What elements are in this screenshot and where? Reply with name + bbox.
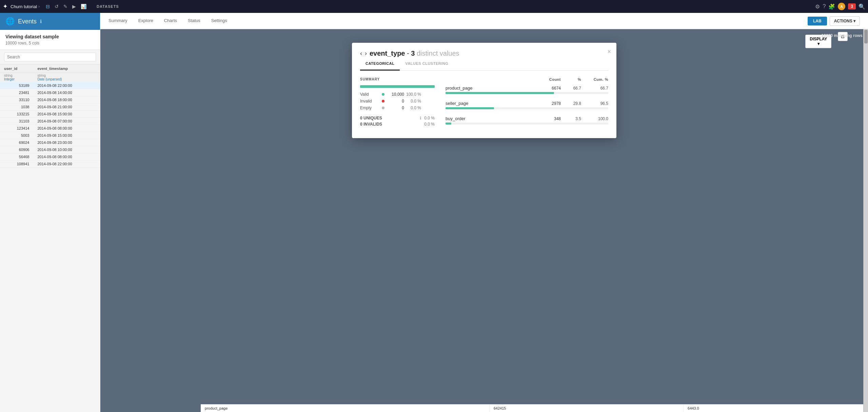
modal-overlay: ‹ › event_type - 3 distinct values × CAT…	[100, 29, 868, 412]
dataset-header: 🌐 Events ℹ	[0, 13, 100, 30]
list-item: product_page 6674 66.7 66.7	[446, 86, 608, 94]
settings-icon[interactable]: ⚙	[815, 3, 820, 10]
dataset-name: Events	[18, 18, 37, 25]
item-header: seller_page 2978 29.8 96.5	[446, 101, 608, 106]
modal-header: ‹ › event_type - 3 distinct values ×	[352, 43, 616, 57]
table-row[interactable]: 1332152014-09-08 15:00:00	[0, 111, 100, 118]
modal-prev-button[interactable]: ‹	[360, 50, 362, 57]
chart-icon[interactable]: 📊	[79, 2, 88, 11]
modal-next-button[interactable]: ›	[365, 50, 367, 57]
item-pct: 3.5	[561, 116, 581, 121]
item-bar	[446, 92, 554, 94]
item-cum: 96.5	[581, 101, 608, 106]
data-icon[interactable]: ⊟	[44, 2, 52, 11]
data-section: Count % Cum. % product_page 6674 66.7 66…	[446, 77, 608, 131]
cum-header: Cum. %	[581, 77, 608, 81]
dataset-info: Viewing dataset sample 10000 rows, 5 col…	[0, 30, 100, 50]
col-user-id-type: string Integer	[0, 73, 33, 82]
nav-explore[interactable]: Explore	[138, 13, 153, 29]
table-row[interactable]: 50032014-09-08 15:00:00	[0, 132, 100, 139]
uniques-info-icon[interactable]: ℹ	[420, 116, 421, 120]
app-title: Churn tutorial	[11, 4, 37, 9]
invalids-label: 0 INVALIDS	[360, 122, 421, 127]
tab-values-clustering[interactable]: VALUES CLUSTERING	[400, 57, 454, 71]
table-row[interactable]: 331102014-09-08 18:00:00	[0, 96, 100, 104]
summary-invalid-row: Invalid 0 0.0 %	[360, 99, 435, 104]
right-nav-items: Summary Explore Charts Status Settings	[108, 13, 227, 29]
list-item: seller_page 2978 29.8 96.5	[446, 101, 608, 109]
nav-charts[interactable]: Charts	[164, 13, 177, 29]
table-row[interactable]: 609062014-09-08 10:00:00	[0, 146, 100, 153]
tab-categorical[interactable]: CATEGORICAL	[360, 57, 400, 71]
dataset-info-icon[interactable]: ℹ	[40, 19, 42, 24]
actions-button[interactable]: ACTIONS ▾	[830, 16, 860, 26]
item-label: seller_page	[446, 101, 534, 106]
modal-close-button[interactable]: ×	[607, 48, 611, 55]
bottom-col1: product_page	[201, 405, 489, 412]
bottom-col3: 6443.0	[684, 405, 868, 412]
empty-pct: 0.0 %	[404, 106, 421, 110]
right-nav-right: LAB ACTIONS ▾	[808, 16, 860, 26]
nav-status[interactable]: Status	[188, 13, 200, 29]
scrollbar[interactable]	[863, 29, 868, 412]
empty-dot	[382, 107, 384, 109]
cell-timestamp: 2014-09-08 14:00:00	[33, 89, 100, 96]
item-bar	[446, 123, 451, 125]
distinct-count: 3	[411, 50, 415, 57]
item-label: product_page	[446, 86, 534, 91]
cell-user-id: 123414	[0, 125, 33, 132]
cell-timestamp: 2014-09-08 15:00:00	[33, 111, 100, 118]
table-row[interactable]: 234812014-09-08 14:00:00	[0, 89, 100, 96]
item-bar	[446, 107, 494, 109]
search-input[interactable]	[4, 53, 96, 61]
valid-count: 10,000	[387, 92, 404, 97]
top-nav-icons: ⊟ ↺ ✎ ▶ 📊	[44, 2, 88, 11]
lab-button[interactable]: LAB	[808, 17, 827, 25]
play-icon[interactable]: ▶	[70, 2, 78, 11]
summary-progress-bar	[360, 85, 435, 88]
item-count: 6674	[534, 86, 561, 91]
invalid-label: Invalid	[360, 99, 380, 104]
table-row[interactable]: 1234142014-09-08 08:00:00	[0, 125, 100, 132]
search-icon[interactable]: 🔍	[859, 3, 865, 10]
table-row[interactable]: 690242014-09-08 23:00:00	[0, 139, 100, 146]
table-row[interactable]: 10382014-09-08 21:00:00	[0, 104, 100, 111]
item-bar-container	[446, 107, 608, 109]
data-items: product_page 6674 66.7 66.7 seller_page …	[446, 86, 608, 125]
item-bar-container	[446, 92, 608, 94]
plugin-icon[interactable]: 🧩	[828, 3, 835, 10]
notification-badge[interactable]: 3	[848, 3, 856, 10]
nav-settings[interactable]: Settings	[211, 13, 227, 29]
table-row[interactable]: 1089412014-09-08 22:00:00	[0, 161, 100, 168]
right-body: DISPLAY ▾ ⊟ 10000 matching rows ‹ › even…	[100, 29, 868, 412]
cell-user-id: 53189	[0, 82, 33, 89]
nav-summary[interactable]: Summary	[108, 13, 127, 29]
help-icon[interactable]: ?	[823, 3, 826, 10]
uniques-label: 0 UNIQUES	[360, 116, 418, 120]
uniques-row: 0 UNIQUES ℹ 0.0 %	[360, 116, 435, 120]
invalids-pct: 0.0 %	[424, 122, 435, 127]
dataset-panel: 🌐 Events ℹ Viewing dataset sample 10000 …	[0, 13, 100, 412]
cell-user-id: 69024	[0, 139, 33, 146]
item-pct: 66.7	[561, 86, 581, 91]
table-row[interactable]: 311032014-09-08 07:00:00	[0, 118, 100, 125]
globe-icon: 🌐	[5, 17, 15, 26]
edit-icon[interactable]: ✎	[61, 2, 70, 11]
user-avatar[interactable]: A	[838, 3, 845, 10]
item-count: 348	[534, 116, 561, 121]
scrollbar-thumb[interactable]	[864, 30, 868, 43]
field-name: event_type	[370, 50, 405, 57]
right-content: Summary Explore Charts Status Settings L…	[100, 13, 868, 412]
table-row[interactable]: 531892014-09-08 22:00:00	[0, 82, 100, 89]
modal-title: event_type - 3 distinct values	[370, 50, 459, 57]
pct-header: %	[561, 77, 581, 81]
dataset-table: user_id event_timestamp string Integer s…	[0, 64, 100, 412]
valid-pct: 100.0 %	[404, 92, 421, 97]
cell-timestamp: 2014-09-08 10:00:00	[33, 146, 100, 153]
bottom-col2: 642415	[489, 405, 683, 412]
app-logo-icon: ✦	[3, 3, 8, 10]
table-row[interactable]: 564682014-09-08 08:00:00	[0, 153, 100, 161]
cell-timestamp: 2014-09-08 15:00:00	[33, 132, 100, 139]
top-navigation: ✦ Churn tutorial › ⊟ ↺ ✎ ▶ 📊 DATASETS ⚙ …	[0, 0, 868, 13]
refresh-icon[interactable]: ↺	[53, 2, 61, 11]
